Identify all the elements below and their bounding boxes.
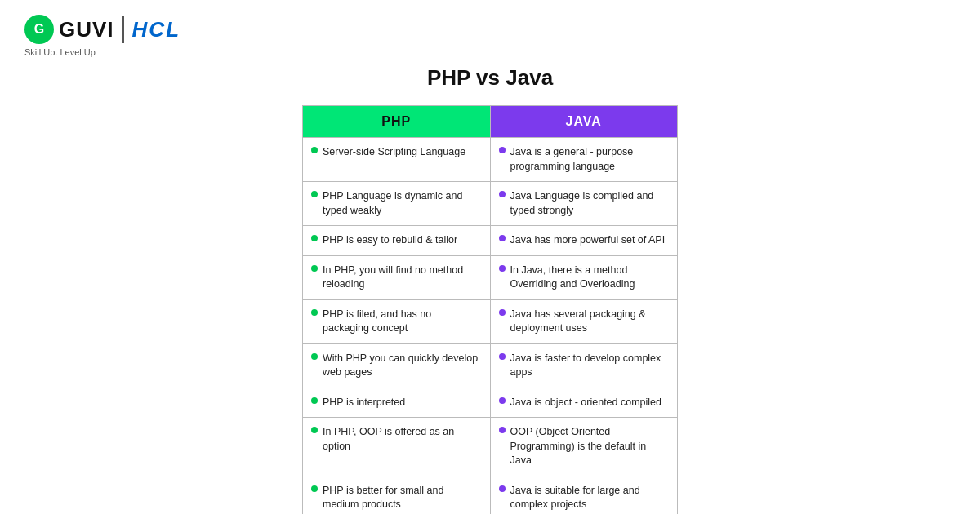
php-cell: With PHP you can quickly develop web pag…	[303, 343, 491, 388]
java-cell: Java is suitable for large and complex p…	[490, 476, 678, 514]
table-row: PHP is easy to rebuild & tailorJava has …	[303, 226, 678, 256]
bullet-green-icon	[311, 147, 318, 153]
bullet-green-icon	[311, 485, 318, 492]
php-cell-text: With PHP you can quickly develop web pag…	[323, 352, 479, 380]
bullet-purple-icon	[499, 397, 506, 404]
php-cell: In PHP, OOP is offered as an option	[303, 418, 491, 476]
php-cell-text: PHP is interpreted	[323, 396, 479, 410]
php-cell: PHP is easy to rebuild & tailor	[303, 226, 491, 256]
php-cell-text: PHP Language is dynamic and typed weakly	[323, 189, 479, 218]
java-cell: Java is a general - purpose programming …	[490, 138, 678, 182]
java-cell: Java has more powerful set of API	[490, 226, 678, 256]
java-cell-text: In Java, there is a method Overriding an…	[510, 264, 666, 292]
header: G GUVI HCL	[0, 0, 980, 47]
table-row: PHP Language is dynamic and typed weakly…	[303, 182, 678, 226]
bullet-green-icon	[311, 353, 318, 360]
java-cell: Java has several packaging & deployment …	[490, 299, 678, 343]
php-cell-text: PHP is easy to rebuild & tailor	[323, 233, 479, 248]
php-column-header: PHP	[303, 106, 491, 138]
bullet-purple-icon	[499, 485, 506, 492]
php-cell: PHP is filed, and has no packaging conce…	[303, 299, 491, 343]
java-cell-text: Java is object - oriented compiled	[510, 396, 666, 410]
table-row: In PHP, you will find no method reloadin…	[303, 255, 678, 299]
bullet-purple-icon	[499, 353, 506, 360]
php-cell: PHP Language is dynamic and typed weakly	[303, 182, 491, 226]
java-cell: In Java, there is a method Overriding an…	[490, 255, 678, 299]
table-row: With PHP you can quickly develop web pag…	[303, 343, 678, 388]
bullet-green-icon	[311, 397, 318, 404]
bullet-green-icon	[311, 265, 318, 272]
table-row: PHP is interpretedJava is object - orien…	[303, 388, 678, 418]
java-cell: Java Language is complied and typed stro…	[490, 182, 678, 226]
header-divider	[122, 16, 124, 43]
page-title: PHP vs Java	[0, 65, 980, 91]
hcl-brand: HCL	[132, 17, 180, 42]
java-cell-text: Java is a general - purpose programming …	[510, 145, 666, 174]
php-cell-text: PHP is filed, and has no packaging conce…	[323, 308, 479, 336]
guvi-brand: GUVI	[59, 17, 114, 42]
table-row: In PHP, OOP is offered as an optionOOP (…	[303, 418, 678, 476]
php-cell: PHP is interpreted	[303, 388, 491, 418]
tagline: Skill Up. Level Up	[0, 47, 980, 57]
php-cell-text: PHP is better for small and medium produ…	[323, 484, 479, 512]
bullet-purple-icon	[499, 191, 506, 197]
java-cell-text: Java has several packaging & deployment …	[510, 308, 666, 336]
bullet-purple-icon	[499, 265, 506, 272]
table-row: PHP is better for small and medium produ…	[303, 476, 678, 514]
comparison-table: PHP JAVA Server-side Scripting LanguageJ…	[302, 105, 678, 514]
php-cell-text: In PHP, OOP is offered as an option	[323, 425, 479, 454]
bullet-purple-icon	[499, 309, 506, 316]
bullet-purple-icon	[499, 235, 506, 241]
java-cell: OOP (Object Oriented Programming) is the…	[490, 418, 678, 476]
table-header-row: PHP JAVA	[303, 106, 678, 138]
bullet-purple-icon	[499, 427, 506, 433]
bullet-green-icon	[311, 309, 318, 316]
bullet-green-icon	[311, 191, 318, 197]
bullet-purple-icon	[499, 147, 506, 153]
java-cell-text: Java Language is complied and typed stro…	[510, 189, 666, 218]
table-row: Server-side Scripting LanguageJava is a …	[303, 138, 678, 182]
java-cell-text: Java has more powerful set of API	[510, 233, 666, 248]
java-cell: Java is faster to develop complex apps	[490, 343, 678, 388]
php-cell: Server-side Scripting Language	[303, 138, 491, 182]
bullet-green-icon	[311, 235, 318, 241]
java-cell-text: Java is suitable for large and complex p…	[510, 484, 666, 512]
php-cell: PHP is better for small and medium produ…	[303, 476, 491, 514]
java-column-header: JAVA	[490, 106, 678, 138]
php-cell-text: In PHP, you will find no method reloadin…	[323, 264, 479, 292]
guvi-logo-icon: G	[24, 15, 54, 44]
php-cell: In PHP, you will find no method reloadin…	[303, 255, 491, 299]
java-cell: Java is object - oriented compiled	[490, 388, 678, 418]
php-cell-text: Server-side Scripting Language	[323, 145, 479, 160]
bullet-green-icon	[311, 427, 318, 433]
table-row: PHP is filed, and has no packaging conce…	[303, 299, 678, 343]
comparison-table-wrapper: PHP JAVA Server-side Scripting LanguageJ…	[0, 105, 980, 514]
java-cell-text: OOP (Object Oriented Programming) is the…	[510, 425, 666, 468]
java-cell-text: Java is faster to develop complex apps	[510, 352, 666, 380]
